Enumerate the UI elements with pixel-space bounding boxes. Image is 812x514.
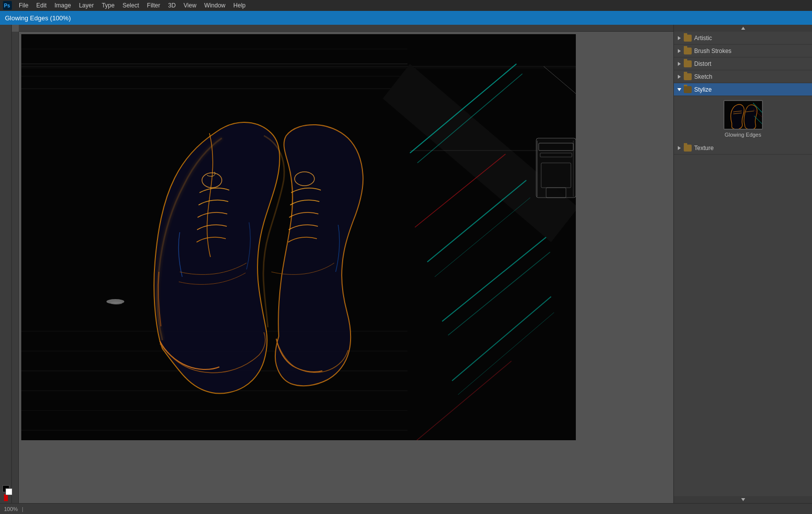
expand-arrow-sketch — [677, 74, 682, 79]
canvas-area — [19, 32, 673, 503]
category-label-brush: Brush Strokes — [694, 48, 731, 54]
foreground-color[interactable] — [2, 485, 9, 492]
menu-filter[interactable]: Filter — [143, 1, 164, 10]
category-label-sketch: Sketch — [694, 73, 712, 80]
svg-rect-38 — [724, 101, 763, 130]
right-arrow-icon — [678, 49, 681, 53]
filter-thumb-label: Glowing Edges — [725, 132, 761, 138]
filter-item-glowing-edges[interactable]: Glowing Edges — [674, 96, 812, 142]
menu-help[interactable]: Help — [229, 1, 250, 10]
canvas-container — [21, 34, 576, 440]
right-arrow-icon — [678, 75, 681, 79]
filter-category-texture[interactable]: Texture — [674, 142, 812, 154]
filter-thumb-glowing-edges — [723, 100, 763, 130]
menu-image[interactable]: Image — [51, 1, 75, 10]
svg-rect-31 — [540, 153, 572, 157]
canvas-image — [21, 34, 576, 440]
color-indicator — [4, 494, 8, 501]
filter-category-distort[interactable]: Distort — [674, 57, 812, 70]
v-ruler — [12, 32, 19, 503]
folder-icon-stylize — [684, 86, 692, 93]
folder-icon-sketch — [684, 73, 692, 80]
shoe-artwork — [21, 34, 576, 440]
scroll-down-icon — [741, 498, 745, 501]
folder-icon-distort — [684, 60, 692, 67]
down-arrow-icon — [677, 88, 681, 91]
svg-rect-33 — [546, 188, 566, 198]
menu-3d[interactable]: 3D — [164, 1, 179, 10]
scroll-up-icon — [741, 27, 745, 30]
category-label-stylize: Stylize — [694, 86, 711, 93]
menubar: Ps File Edit Image Layer Type Select Fil… — [0, 0, 812, 11]
h-ruler — [19, 25, 673, 32]
menu-layer[interactable]: Layer — [75, 1, 98, 10]
folder-icon-brush — [684, 48, 692, 54]
ps-logo: Ps — [2, 0, 13, 11]
menu-edit[interactable]: Edit — [32, 1, 51, 10]
filter-category-artistic[interactable]: Artistic — [674, 32, 812, 45]
expand-arrow-distort — [677, 61, 682, 66]
menu-file[interactable]: File — [15, 1, 32, 10]
main-area: Artistic Brush Strokes Distort Sketch — [0, 25, 812, 503]
right-arrow-icon — [678, 62, 681, 66]
titlebar: Glowing Edges (100%) — [0, 11, 812, 25]
folder-icon-artistic — [684, 35, 692, 42]
menu-window[interactable]: Window — [201, 1, 230, 10]
scroll-up-button[interactable] — [674, 25, 812, 32]
status-separator: | — [22, 506, 23, 512]
filter-category-sketch[interactable]: Sketch — [674, 70, 812, 83]
svg-rect-30 — [539, 143, 573, 151]
titlebar-text: Glowing Edges (100%) — [5, 14, 71, 22]
right-arrow-icon — [678, 146, 681, 150]
zoom-level: 100% — [4, 506, 18, 512]
canvas-with-rulers — [12, 25, 673, 503]
expand-arrow-stylize — [677, 87, 682, 92]
filter-category-brush-strokes[interactable]: Brush Strokes — [674, 45, 812, 57]
category-label-distort: Distort — [694, 60, 711, 67]
statusbar: 100% | — [0, 503, 812, 514]
left-toolbar — [0, 25, 12, 503]
expand-arrow-texture — [677, 146, 682, 151]
scroll-down-button[interactable] — [674, 496, 812, 503]
svg-rect-32 — [541, 163, 571, 188]
svg-text:Ps: Ps — [4, 3, 10, 8]
filter-category-stylize[interactable]: Stylize — [674, 83, 812, 96]
svg-point-37 — [110, 302, 122, 305]
canvas-row — [12, 32, 673, 503]
filter-panel: Artistic Brush Strokes Distort Sketch — [673, 25, 812, 503]
menu-view[interactable]: View — [180, 1, 201, 10]
category-label-texture: Texture — [694, 145, 713, 152]
expand-arrow-artistic — [677, 36, 682, 41]
expand-arrow-brush — [677, 49, 682, 53]
folder-icon-texture — [684, 145, 692, 152]
right-arrow-icon — [678, 36, 681, 40]
menu-select[interactable]: Select — [118, 1, 143, 10]
menu-type[interactable]: Type — [98, 1, 118, 10]
category-label-artistic: Artistic — [694, 35, 712, 42]
